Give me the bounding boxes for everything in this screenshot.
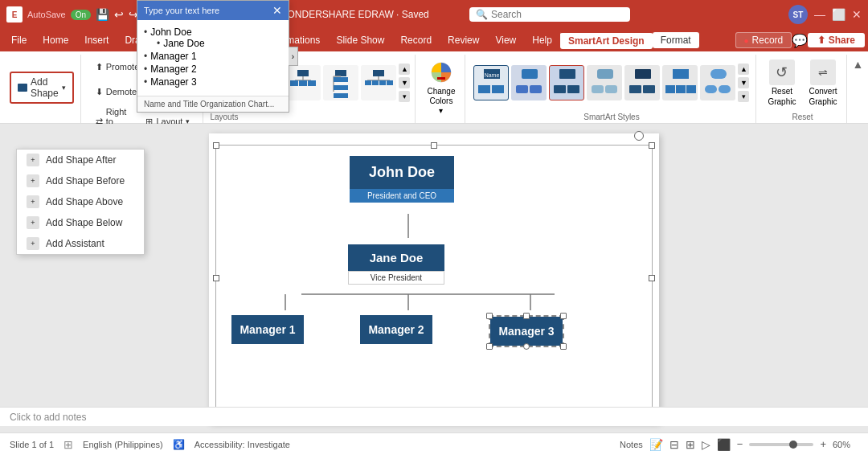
- add-shape-dropdown: + Add Shape After + Add Shape Before + A…: [16, 149, 145, 255]
- org-node-mgr3[interactable]: Manager 3: [489, 315, 564, 347]
- mgr3-box[interactable]: Manager 3: [490, 317, 563, 346]
- style-btn-7[interactable]: [700, 65, 735, 100]
- svg-rect-31: [387, 80, 393, 85]
- zoom-slider[interactable]: [749, 443, 813, 446]
- dropdown-item-above[interactable]: + Add Shape Above: [17, 191, 144, 212]
- menu-help[interactable]: Help: [524, 32, 560, 48]
- john-doe-box[interactable]: John Doe: [350, 156, 454, 189]
- org-node-jane[interactable]: Jane Doe Vice President: [348, 244, 444, 285]
- convert-sublabel: Graphic: [809, 97, 837, 106]
- restore-btn[interactable]: ⬜: [832, 8, 845, 21]
- change-colors-button[interactable]: Change Colors ▾: [424, 56, 458, 119]
- minimize-btn[interactable]: —: [814, 8, 825, 21]
- layouts-scroll-more[interactable]: ▾: [399, 91, 410, 102]
- rotate-handle[interactable]: [634, 131, 644, 141]
- menu-insert[interactable]: Insert: [76, 32, 117, 48]
- style-btn-5[interactable]: [624, 65, 660, 100]
- mgr1-box[interactable]: Manager 1: [231, 315, 304, 344]
- add-assistant-icon: +: [27, 237, 39, 250]
- layout-icon-4[interactable]: [323, 65, 358, 100]
- share-button[interactable]: ⬆ Share: [808, 33, 865, 47]
- org-node-mgr1[interactable]: Manager 1: [231, 315, 304, 344]
- text-pane-collapse-arrow[interactable]: ›: [289, 47, 298, 66]
- svg-rect-16: [290, 80, 298, 86]
- dropdown-item-below[interactable]: + Add Shape Below: [17, 212, 144, 233]
- text-pane-close-btn[interactable]: ✕: [272, 4, 282, 17]
- reset-sublabel: Graphic: [768, 97, 796, 106]
- text-pane-title: Type your text here: [144, 6, 219, 15]
- add-shape-button[interactable]: Add Shape ▾: [10, 72, 74, 104]
- zoom-out-btn[interactable]: −: [737, 438, 743, 450]
- menu-record[interactable]: Record: [392, 32, 440, 48]
- jane-doe-box[interactable]: Jane Doe: [348, 244, 444, 271]
- dropdown-item-before[interactable]: + Add Shape Before: [17, 170, 144, 191]
- add-shape-dropdown-arrow[interactable]: ▾: [62, 84, 66, 92]
- search-input[interactable]: [491, 9, 620, 20]
- slide-view-icon: ⊞: [63, 438, 73, 451]
- ribbon-collapse-btn[interactable]: ▲: [849, 55, 866, 123]
- reset-group-label: Reset: [792, 111, 813, 123]
- menu-home[interactable]: Home: [35, 32, 76, 48]
- notes-btn[interactable]: Notes: [620, 440, 643, 449]
- reset-graphic-button[interactable]: ↺ Reset Graphic: [764, 56, 799, 109]
- view-present-icon[interactable]: ⬛: [717, 438, 731, 451]
- dropdown-item-assistant[interactable]: + Add Assistant: [17, 233, 144, 254]
- collapse-icon[interactable]: ▲: [852, 58, 863, 71]
- text-mgr3: Manager 3: [150, 76, 196, 88]
- dropdown-label-below: Add Shape Below: [46, 217, 122, 228]
- view-normal-icon[interactable]: ⊟: [669, 438, 679, 451]
- search-icon: 🔍: [476, 9, 488, 20]
- svg-rect-30: [379, 80, 386, 85]
- text-pane-content[interactable]: • John Doe • Jane Doe • Manager 1 • Mana…: [137, 20, 289, 96]
- styles-scroll-down[interactable]: ▼: [738, 77, 749, 88]
- layouts-scroll-down[interactable]: ▼: [399, 77, 410, 88]
- layouts-scroll-up[interactable]: ▲: [399, 64, 410, 75]
- style-svg-5: [625, 66, 661, 101]
- menu-file[interactable]: File: [3, 32, 35, 48]
- comment-icon[interactable]: 💬: [792, 33, 808, 48]
- dropdown-label-above: Add Shape Above: [46, 196, 123, 207]
- menu-view[interactable]: View: [487, 32, 524, 48]
- svg-rect-19: [335, 70, 346, 76]
- tab-smartart-design[interactable]: SmartArt Design: [560, 31, 653, 49]
- autosave-toggle[interactable]: On: [71, 10, 91, 20]
- org-node-mgr2[interactable]: Manager 2: [360, 315, 432, 344]
- org-node-john[interactable]: John Doe President and CEO: [350, 156, 454, 203]
- demote-icon: ⬇: [96, 87, 103, 97]
- style-btn-3[interactable]: [549, 65, 584, 100]
- close-btn[interactable]: ✕: [852, 8, 862, 21]
- reset-group-content: ↺ Reset Graphic ⇌ Convert Graphic: [764, 55, 840, 111]
- menu-slideshow[interactable]: Slide Show: [328, 32, 392, 48]
- notes-icon[interactable]: 📝: [649, 438, 663, 451]
- style-btn-6[interactable]: [662, 65, 698, 100]
- save-icon[interactable]: 💾: [96, 8, 109, 21]
- svg-rect-36: [478, 85, 490, 93]
- text-john: John Doe: [150, 27, 191, 38]
- undo-icon[interactable]: ↩: [114, 8, 124, 21]
- slide-canvas[interactable]: John Doe President and CEO Jane Doe Vice…: [209, 133, 659, 423]
- tab-format[interactable]: Format: [653, 32, 699, 48]
- view-reading-icon[interactable]: ▷: [702, 438, 710, 451]
- layout-icon-5[interactable]: [361, 65, 396, 100]
- user-avatar[interactable]: ST: [788, 5, 808, 24]
- zoom-slider-thumb[interactable]: [789, 441, 797, 449]
- styles-scroll-up[interactable]: ▲: [738, 64, 749, 75]
- styles-scroll-more[interactable]: ▾: [738, 91, 749, 102]
- convert-graphic-button[interactable]: ⇌ Convert Graphic: [805, 56, 840, 109]
- style-btn-1[interactable]: Name: [473, 65, 509, 100]
- record-button[interactable]: ● Record: [735, 32, 792, 48]
- demote-button[interactable]: ⬇ Demote: [89, 80, 144, 104]
- accessibility-icon: ♿: [173, 439, 185, 450]
- menu-review[interactable]: Review: [440, 32, 487, 48]
- search-box[interactable]: 🔍: [469, 7, 630, 22]
- dropdown-item-after[interactable]: + Add Shape After: [17, 150, 144, 170]
- change-colors-dropdown[interactable]: ▾: [439, 106, 443, 115]
- mgr2-box[interactable]: Manager 2: [360, 315, 432, 344]
- style-btn-4[interactable]: [587, 65, 622, 100]
- style-btn-2[interactable]: [511, 65, 547, 100]
- layout-icon-3[interactable]: [285, 65, 321, 100]
- svg-rect-49: [643, 85, 655, 93]
- view-sort-icon[interactable]: ⊞: [686, 438, 695, 451]
- zoom-in-btn[interactable]: +: [820, 438, 826, 450]
- notes-area[interactable]: Click to add notes: [0, 407, 868, 426]
